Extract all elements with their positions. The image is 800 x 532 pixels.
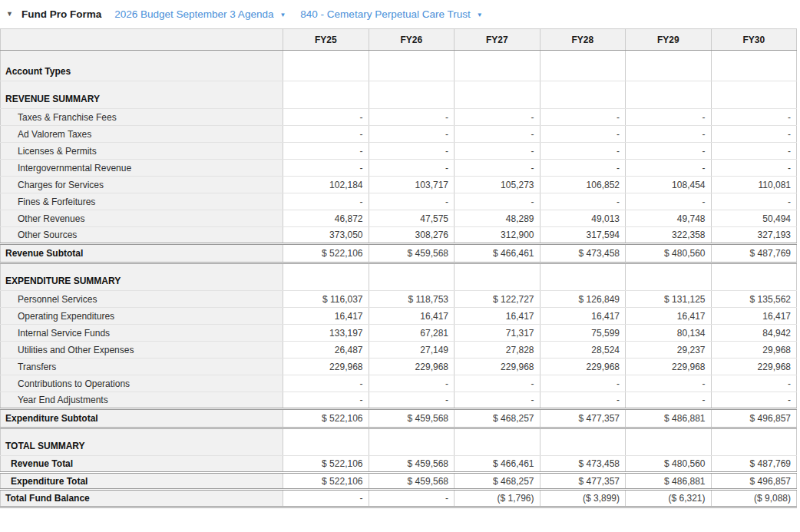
value-cell: 133,197 [283, 325, 369, 342]
value-cell [540, 51, 626, 81]
row-label: Licenses & Permits [1, 143, 283, 160]
value-cell: - [626, 109, 712, 126]
value-cell: 84,942 [711, 325, 797, 342]
value-cell: - [626, 126, 712, 143]
row-label: REVENUE SUMMARY [1, 81, 283, 109]
table-row-other-revenues: Other Revenues46,87247,57548,28949,01349… [1, 210, 797, 227]
toolbar: ▼ Fund Pro Forma 2026 Budget September 3… [0, 0, 800, 28]
table-row-expenditure-total: Expenditure Total$ 522,106$ 459,568$ 468… [1, 473, 797, 490]
value-cell [283, 81, 369, 109]
fund-dropdown[interactable]: 840 - Cemetary Perpetual Care Trust ▼ [300, 8, 482, 20]
row-label: Revenue Total [1, 456, 283, 473]
value-cell [455, 428, 540, 456]
row-label: Ad Valorem Taxes [1, 126, 283, 143]
value-cell [455, 263, 540, 291]
value-cell: 46,872 [283, 210, 369, 227]
value-cell: 105,273 [455, 177, 540, 193]
table-row-charges-for-services: Charges for Services102,184103,717105,27… [1, 177, 797, 193]
row-label: Personnel Services [1, 291, 283, 308]
value-cell: $ 473,458 [540, 456, 626, 473]
row-label: Account Types [1, 51, 283, 81]
value-cell [369, 428, 455, 456]
value-cell: $ 473,458 [540, 244, 626, 263]
value-cell: - [369, 490, 455, 507]
value-cell: 229,968 [455, 359, 540, 375]
value-cell: $ 459,568 [369, 409, 455, 428]
value-cell: $ 466,461 [455, 244, 540, 263]
value-cell: $ 496,857 [711, 473, 797, 490]
table-row-transfers: Transfers229,968229,968229,968229,968229… [1, 359, 797, 375]
chevron-down-icon: ▼ [279, 11, 286, 18]
value-cell: - [369, 109, 455, 126]
fund-dropdown-label: 840 - Cemetary Perpetual Care Trust [300, 8, 470, 20]
value-cell: $ 122,727 [455, 291, 540, 308]
row-label: Charges for Services [1, 177, 283, 193]
value-cell: - [283, 375, 369, 392]
value-cell: $ 468,257 [455, 409, 540, 428]
value-cell: - [455, 392, 540, 409]
value-cell: 48,289 [455, 210, 540, 227]
value-cell: - [540, 193, 626, 210]
value-cell: - [540, 375, 626, 392]
row-label: Total Fund Balance [1, 490, 283, 507]
column-header-fy30: FY30 [711, 29, 797, 51]
value-cell: 16,417 [711, 308, 797, 325]
value-cell: - [455, 375, 540, 392]
row-label: Internal Service Funds [1, 325, 283, 342]
value-cell [283, 51, 369, 81]
value-cell: - [540, 392, 626, 409]
value-cell: 29,968 [711, 342, 797, 359]
row-label: TOTAL SUMMARY [1, 428, 283, 456]
value-cell: $ 522,106 [283, 473, 369, 490]
value-cell: $ 480,560 [626, 456, 712, 473]
value-cell: 16,417 [540, 308, 626, 325]
value-cell: $ 135,562 [711, 291, 797, 308]
value-cell: $ 468,257 [455, 473, 540, 490]
budget-dropdown[interactable]: 2026 Budget September 3 Agenda ▼ [114, 8, 286, 20]
value-cell: $ 118,753 [369, 291, 455, 308]
row-label: Other Sources [1, 227, 283, 244]
value-cell: 71,317 [455, 325, 540, 342]
pro-forma-table-body: Account TypesREVENUE SUMMARYTaxes & Fran… [1, 51, 797, 507]
table-row-total-summary: TOTAL SUMMARY [1, 428, 797, 456]
table-row-revenue-subtotal: Revenue Subtotal$ 522,106$ 459,568$ 466,… [1, 244, 797, 263]
column-header-fy25: FY25 [283, 29, 369, 51]
value-cell [369, 51, 455, 81]
column-header-fy26: FY26 [369, 29, 455, 51]
value-cell [711, 263, 797, 291]
row-label: Contributions to Operations [1, 375, 283, 392]
value-cell: - [369, 375, 455, 392]
table-header: FY25FY26FY27FY28FY29FY30 [1, 29, 797, 51]
value-cell: - [711, 375, 797, 392]
value-cell [455, 51, 540, 81]
value-cell: 229,968 [626, 359, 712, 375]
value-cell: 308,276 [369, 227, 455, 244]
row-label: Revenue Subtotal [1, 244, 283, 263]
budget-dropdown-label: 2026 Budget September 3 Agenda [114, 8, 273, 20]
value-cell [711, 428, 797, 456]
corner-header-cell [1, 29, 283, 51]
value-cell: - [711, 392, 797, 409]
value-cell: ($ 6,321) [626, 490, 712, 507]
value-cell: 229,968 [711, 359, 797, 375]
table-row-expenditure-summary: EXPENDITURE SUMMARY [1, 263, 797, 291]
table-row-taxes-franchise-fees: Taxes & Franchise Fees------ [1, 109, 797, 126]
value-cell: - [283, 143, 369, 160]
value-cell: - [369, 392, 455, 409]
value-cell: 75,599 [540, 325, 626, 342]
collapse-arrow-icon[interactable]: ▼ [6, 11, 21, 18]
value-cell: 28,524 [540, 342, 626, 359]
table-header-row: FY25FY26FY27FY28FY29FY30 [1, 29, 797, 51]
value-cell: - [711, 143, 797, 160]
value-cell: $ 477,357 [540, 473, 626, 490]
value-cell: 229,968 [283, 359, 369, 375]
value-cell: $ 459,568 [369, 456, 455, 473]
row-label: Transfers [1, 359, 283, 375]
value-cell: - [540, 143, 626, 160]
chevron-down-icon: ▼ [477, 11, 483, 18]
value-cell: - [283, 392, 369, 409]
value-cell [626, 51, 712, 81]
value-cell: 16,417 [455, 308, 540, 325]
value-cell [540, 81, 626, 109]
value-cell: 103,717 [369, 177, 455, 193]
